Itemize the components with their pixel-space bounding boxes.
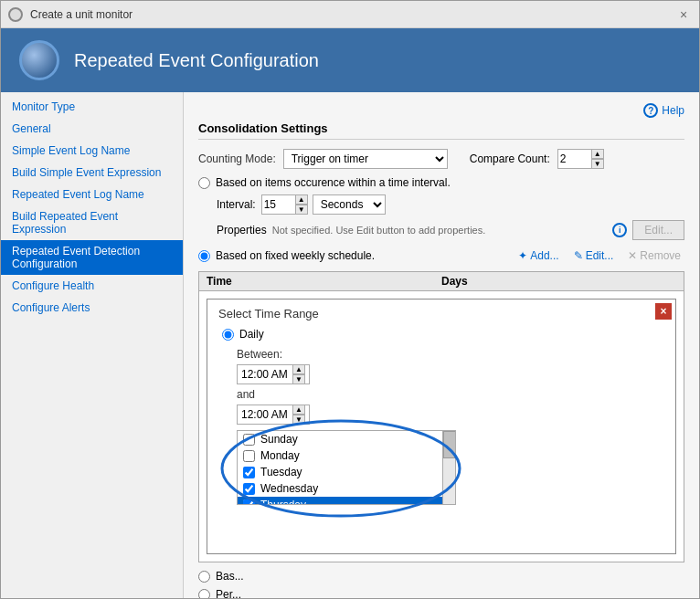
sidebar-item-repeated-detection[interactable]: Repeated Event Detection Configuration (1, 240, 183, 275)
section-title: Consolidation Settings (198, 121, 684, 140)
and-label: and (237, 388, 661, 401)
days-list-wrapper: Sunday Monday Tuesday (222, 430, 661, 505)
help-icon: ? (643, 103, 658, 118)
content-area: Monitor TypeGeneralSimple Event Log Name… (1, 92, 699, 598)
seconds-dropdown[interactable]: Seconds Minutes Hours (313, 194, 386, 215)
sunday-label: Sunday (260, 433, 298, 446)
main-content: ? Help Consolidation Settings Counting M… (184, 92, 699, 598)
days-scrollbar[interactable] (442, 431, 455, 504)
edit-properties-button[interactable]: Edit... (632, 220, 684, 240)
start-time-up[interactable]: ▲ (292, 364, 305, 374)
daily-label: Daily (239, 328, 264, 341)
properties-row: Properties Not specified. Use Edit butto… (217, 220, 684, 240)
start-time-spin-buttons: ▲ ▼ (292, 364, 305, 384)
interval-label: Interval: (217, 198, 256, 211)
monday-label: Monday (260, 449, 300, 462)
start-time-down[interactable]: ▼ (292, 374, 305, 384)
sunday-checkbox[interactable] (243, 434, 255, 446)
interval-up[interactable]: ▲ (295, 194, 308, 205)
header-title: Repeated Event Configuration (74, 50, 319, 71)
end-time-down[interactable]: ▼ (292, 415, 305, 425)
end-time-input[interactable] (238, 408, 292, 421)
fixed-schedule-label: Based on fixed weekly schedule. (216, 249, 375, 262)
days-column-header: Days (441, 275, 676, 288)
sidebar: Monitor TypeGeneralSimple Event Log Name… (1, 92, 184, 598)
start-time-input[interactable] (238, 368, 292, 381)
properties-label: Properties (217, 224, 267, 236)
fixed-schedule-radio[interactable] (198, 250, 210, 262)
day-monday[interactable]: Monday (238, 447, 455, 464)
edit-schedule-label: Edit... (586, 249, 614, 262)
interval-spinbox: ▲ ▼ (261, 194, 307, 215)
day-wednesday[interactable]: Wednesday (238, 480, 455, 497)
day-tuesday[interactable]: Tuesday (238, 464, 455, 480)
add-button[interactable]: ✦ Add... (514, 247, 562, 264)
days-scrollbar-thumb (443, 431, 456, 458)
end-time-spin-buttons: ▲ ▼ (292, 405, 305, 425)
day-thursday[interactable]: Thursday (238, 497, 455, 505)
interval-input[interactable] (262, 198, 295, 211)
wednesday-checkbox[interactable] (243, 483, 255, 495)
window-icon (8, 7, 23, 22)
compare-count-up[interactable]: ▲ (591, 149, 604, 159)
tuesday-checkbox[interactable] (243, 467, 255, 478)
monday-checkbox[interactable] (243, 450, 255, 462)
sidebar-item-simple-event-log[interactable]: Simple Event Log Name (1, 140, 183, 162)
properties-value: Not specified. Use Edit button to add pr… (272, 225, 608, 236)
compare-count-down[interactable]: ▼ (591, 159, 604, 169)
sidebar-item-general[interactable]: General (1, 118, 183, 140)
items-occurence-radio[interactable] (198, 177, 210, 189)
end-time-up[interactable]: ▲ (292, 405, 305, 415)
info-icon[interactable]: i (612, 223, 627, 237)
compare-count-label: Compare Count: (470, 152, 550, 165)
modal-body: Daily Between: ▲ ▼ (207, 324, 675, 516)
select-time-modal: Select Time Range × Daily Between: (207, 299, 676, 554)
schedule-section: Based on fixed weekly schedule. ✦ Add...… (198, 247, 684, 598)
fixed-schedule-row: Based on fixed weekly schedule. ✦ Add...… (198, 247, 684, 264)
base-radio[interactable] (198, 571, 210, 583)
remove-label: Remove (640, 249, 681, 262)
sidebar-item-build-simple[interactable]: Build Simple Event Expression (1, 162, 183, 184)
compare-count-spinbox: ▲ ▼ (557, 149, 603, 169)
interval-spin-buttons: ▲ ▼ (295, 194, 308, 215)
header-icon (19, 40, 59, 80)
sidebar-item-configure-alerts[interactable]: Configure Alerts (1, 297, 183, 319)
base-label: Bas... (216, 570, 244, 583)
per-label: Per... (216, 588, 241, 598)
add-label: Add... (530, 249, 558, 262)
schedule-table: Time Days Select Time Range × Daily (198, 271, 684, 562)
window-title: Create a unit monitor (30, 8, 675, 21)
modal-title: Select Time Range (207, 300, 675, 324)
schedule-table-header: Time Days (199, 272, 684, 291)
modal-close-button[interactable]: × (655, 303, 672, 320)
thursday-checkbox[interactable] (243, 499, 255, 506)
thursday-label: Thursday (260, 499, 306, 505)
day-sunday[interactable]: Sunday (238, 431, 455, 447)
compare-count-input[interactable] (558, 152, 591, 165)
sidebar-item-monitor-type[interactable]: Monitor Type (1, 96, 183, 118)
sidebar-item-build-repeated[interactable]: Build Repeated Event Expression (1, 205, 183, 240)
days-list: Sunday Monday Tuesday (238, 431, 455, 505)
per-radio[interactable] (198, 589, 210, 599)
edit-schedule-button[interactable]: ✎ Edit... (570, 247, 618, 264)
between-label: Between: (237, 348, 661, 361)
remove-icon: ✕ (628, 249, 637, 262)
start-time-spinbox: ▲ ▼ (237, 364, 310, 384)
header-bar: Repeated Event Configuration (1, 28, 699, 92)
remove-button[interactable]: ✕ Remove (624, 247, 684, 264)
interval-row: Interval: ▲ ▼ Seconds Minutes Hours (217, 194, 684, 215)
items-occurence-row: Based on items occurence within a time i… (198, 176, 684, 189)
lower-section: Bas... Per... Span multiple days Start: (198, 570, 684, 598)
sidebar-item-repeated-event-log[interactable]: Repeated Event Log Name (1, 184, 183, 205)
help-label: Help (662, 104, 684, 117)
lower-radio-row-1: Bas... (198, 570, 684, 583)
daily-radio[interactable] (222, 329, 234, 341)
add-icon: ✦ (518, 249, 527, 262)
close-button[interactable]: × (675, 6, 692, 23)
counting-mode-dropdown[interactable]: Trigger on timer Manual Reset Timer Rese… (283, 149, 448, 169)
sidebar-item-configure-health[interactable]: Configure Health (1, 275, 183, 297)
help-link[interactable]: ? Help (643, 103, 684, 118)
days-list-container: Sunday Monday Tuesday (237, 430, 456, 505)
wednesday-label: Wednesday (260, 482, 318, 495)
interval-down[interactable]: ▼ (295, 205, 308, 215)
